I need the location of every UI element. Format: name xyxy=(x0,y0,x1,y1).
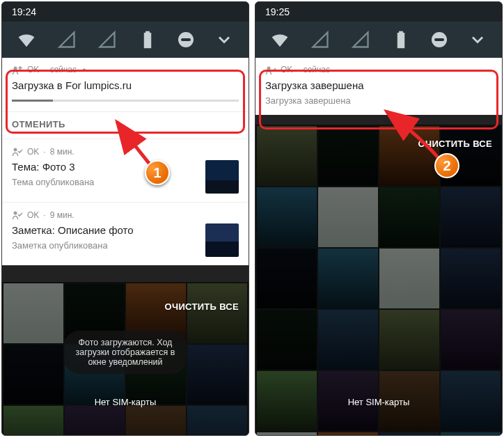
thumbnail-note xyxy=(205,223,239,257)
chevron-down-icon[interactable] xyxy=(468,30,487,49)
upload-progress xyxy=(12,100,239,102)
notif-app: OK xyxy=(281,65,292,76)
phone-left: 19:24 OK · сейчас Загрузка в For lumpics… xyxy=(1,1,249,436)
quick-settings[interactable] xyxy=(255,22,502,58)
signal-sim2-icon[interactable] xyxy=(351,30,370,49)
svg-point-2 xyxy=(14,212,17,215)
notif-upload[interactable]: OK · сейчас Загрузка в For lumpics.ru ОТ… xyxy=(2,58,249,139)
signal-sim1-icon[interactable] xyxy=(57,30,77,49)
notif-note[interactable]: OK · 9 мин. Заметка: Описание фото Замет… xyxy=(2,202,249,265)
wifi-icon[interactable] xyxy=(270,30,290,49)
notif-subtitle: Тема опубликована xyxy=(12,177,196,189)
dnd-icon[interactable] xyxy=(178,32,194,47)
no-sim-label: Нет SIM-карты xyxy=(348,397,410,407)
svg-point-0 xyxy=(14,67,17,70)
scrim xyxy=(255,125,502,435)
clear-all-button[interactable]: ОЧИСТИТЬ ВСЕ xyxy=(165,301,239,312)
collapse-caret-icon[interactable] xyxy=(81,67,88,74)
ok-check-icon xyxy=(12,146,23,157)
notif-upload-done[interactable]: OK · сейчас Загрузка завершена Загрузка … xyxy=(255,58,502,115)
notif-subtitle: Заметка опубликована xyxy=(12,240,196,252)
notif-title: Загрузка в For lumpics.ru xyxy=(12,79,239,93)
battery-icon[interactable] xyxy=(138,30,157,49)
phone-right: 19:25 OK · сейчас Загрузка завершена Заг… xyxy=(255,1,503,436)
notif-app: OK xyxy=(27,65,39,76)
svg-point-3 xyxy=(267,67,271,70)
svg-point-1 xyxy=(14,148,17,152)
notif-title: Заметка: Описание фото xyxy=(12,223,196,237)
dnd-icon[interactable] xyxy=(432,32,447,47)
notif-when: 8 мин. xyxy=(50,147,74,158)
signal-sim1-icon[interactable] xyxy=(310,30,330,49)
notif-when: сейчас xyxy=(304,65,330,76)
notif-app: OK xyxy=(27,210,39,221)
clock: 19:24 xyxy=(12,6,36,17)
notif-when: 9 мин. xyxy=(50,210,74,221)
battery-icon[interactable] xyxy=(391,30,411,49)
thumbnail-photo3 xyxy=(205,160,239,194)
chevron-down-icon[interactable] xyxy=(214,30,234,49)
notif-title: Тема: Фото 3 xyxy=(12,160,196,174)
signal-sim2-icon[interactable] xyxy=(97,30,117,49)
clear-all-button[interactable]: ОЧИСТИТЬ ВСЕ xyxy=(418,139,492,149)
quick-settings[interactable] xyxy=(2,22,249,58)
notif-subtitle: Загрузка завершена xyxy=(265,95,492,107)
notif-photo3[interactable]: OK · 8 мин. Тема: Фото 3 Тема опубликова… xyxy=(2,139,249,202)
ok-check-icon xyxy=(265,65,276,76)
ok-upload-icon xyxy=(12,65,23,76)
notif-app: OK xyxy=(27,147,39,158)
no-sim-label: Нет SIM-карты xyxy=(95,397,157,407)
status-bar: 19:25 xyxy=(255,2,502,22)
toast-upload-info: Фото загружаются. Ход загрузки отображае… xyxy=(64,331,187,374)
status-bar: 19:24 xyxy=(2,2,249,22)
wifi-icon[interactable] xyxy=(17,30,36,49)
notif-when: сейчас xyxy=(50,65,77,76)
ok-check-icon xyxy=(12,210,23,221)
cancel-upload-button[interactable]: ОТМЕНИТЬ xyxy=(2,111,249,139)
clock: 19:25 xyxy=(265,6,290,17)
notif-title: Загрузка завершена xyxy=(265,79,492,93)
